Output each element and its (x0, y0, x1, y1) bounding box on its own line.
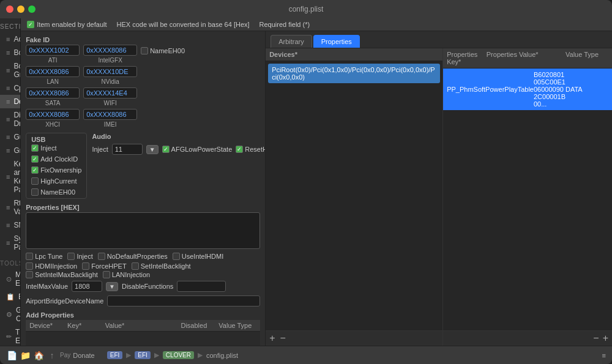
highcurrent-label: HighCurrent (40, 177, 76, 185)
tools-label: TOOLS (0, 258, 20, 268)
sidebar-tool-themes-editor[interactable]: ✏ Themes Editor (0, 325, 20, 346)
inject-checkbox[interactable]: ✓ (31, 144, 39, 152)
sidebar-item-label: Gui (13, 133, 21, 141)
audio-inject-input[interactable] (112, 144, 143, 155)
hex-textarea[interactable] (26, 212, 260, 249)
nodefaultprops-checkbox[interactable] (98, 253, 105, 260)
pay-icon: Pay (60, 352, 70, 358)
nameeh00-cb: NameEH00 (141, 47, 185, 54)
xhci-input[interactable] (26, 109, 80, 120)
remove-prop-button[interactable]: + (603, 333, 608, 344)
add-prop-button[interactable]: − (593, 333, 599, 344)
laninjection-checkbox[interactable] (103, 271, 110, 278)
nvidia-input[interactable] (83, 66, 137, 77)
properties-checkboxes-2: SetIntelMaxBacklight LANInjection (26, 271, 260, 278)
nodefaultprops-label: NoDefaultProperties (107, 253, 168, 260)
addclockid-label: Add ClockID (40, 155, 78, 163)
usb-title: USB (31, 136, 81, 143)
sata-label: SATA (45, 100, 61, 106)
sidebar-item-graphics[interactable]: ≡ Graphics (0, 144, 20, 157)
sidebar-item-label: Kernel and Kext Patches (13, 160, 21, 194)
menu-icon[interactable]: ≡ (602, 352, 606, 359)
sidebar-item-boot[interactable]: ≡ Boot (0, 46, 20, 59)
folder-icon[interactable]: 📁 (20, 350, 31, 361)
addclockid-checkbox[interactable]: ✓ (31, 155, 39, 163)
sidebar-item-label: Boot (13, 48, 21, 57)
devices-footer: + − (266, 330, 442, 346)
nameeh00u-checkbox[interactable] (31, 188, 39, 196)
props-key: PP_PhmSoftPowerPlayTable (447, 86, 534, 93)
intelgfx-input[interactable] (83, 45, 137, 56)
device-row[interactable]: PciRoot(0x0)/Pci(0x1,0x0)/Pci(0x0,0x0)/P… (268, 64, 440, 83)
highcurrent-checkbox[interactable] (31, 177, 39, 185)
doc-icon[interactable]: 📄 (6, 350, 17, 361)
close-button[interactable] (6, 6, 13, 13)
forcehpet-checkbox[interactable] (82, 262, 89, 270)
sidebar-item-rt-variables[interactable]: ≡ Rt Variables (0, 196, 20, 218)
useintelhdmi-checkbox[interactable] (173, 253, 180, 260)
list-icon: ≡ (6, 67, 10, 74)
fakeid-xhci: XHCI (26, 109, 80, 128)
audio-inject-label: Inject (92, 146, 108, 153)
wifi-input[interactable] (83, 87, 137, 98)
sidebar-item-smbios[interactable]: ≡ SMBIOS (0, 218, 20, 232)
lpctune-checkbox[interactable] (26, 253, 33, 260)
props-right: Properties Key* Properties Value* Value … (443, 48, 612, 346)
sidebar-item-disable-drivers[interactable]: ≡ Disable Drivers (0, 108, 20, 130)
sidebar-tool-generate-config[interactable]: ⚙ Generate Config (0, 303, 20, 325)
tab-arbitrary[interactable]: Arbitrary (271, 35, 312, 48)
efi-icon: ⊙ (6, 275, 12, 283)
setintelmaxbacklight-checkbox[interactable] (26, 271, 33, 278)
breadcrumb-file: config.plist (206, 352, 238, 359)
donate-label[interactable]: Donate (73, 352, 94, 359)
props-table-header: Properties Key* Properties Value* Value … (443, 48, 612, 69)
minimize-button[interactable] (17, 6, 24, 13)
audio-inject-dropdown[interactable]: ▼ (146, 145, 159, 154)
usb-audio-row: USB ✓ Inject ✓ Add ClockID ✓ (26, 133, 260, 199)
tab-properties[interactable]: Properties (313, 35, 360, 48)
share-icon[interactable]: ↑ (47, 350, 58, 361)
add-device-button[interactable]: + (269, 333, 275, 344)
remove-device-button[interactable]: − (280, 333, 285, 344)
imei-input[interactable] (83, 109, 137, 120)
title-bar: config.plist (0, 0, 612, 18)
disable-functions-input[interactable] (177, 281, 226, 292)
sidebar-tool-mount-efi[interactable]: ⊙ Mount EFI (0, 268, 20, 290)
sidebar-item-devices[interactable]: ≡ Devices (0, 95, 20, 108)
sidebar-item-label: Acpi (13, 35, 21, 43)
inject-prop-checkbox[interactable] (67, 253, 75, 260)
maximize-button[interactable] (28, 6, 35, 13)
setintelbacklight-checkbox[interactable] (132, 262, 139, 270)
sidebar-item-label: Mount EFI (15, 270, 21, 288)
sidebar-item-kernel-kext[interactable]: ≡ Kernel and Kext Patches (0, 157, 20, 196)
sidebar-item-system-parameters[interactable]: ≡ System Parameters (0, 232, 20, 254)
sidebar-item-boot-graphics[interactable]: ≡ Boot Graphics (0, 59, 20, 81)
fixownership-checkbox[interactable]: ✓ (31, 166, 39, 174)
props-col-type: Value Type (565, 51, 608, 65)
sata-input[interactable] (26, 87, 80, 98)
lan-input[interactable] (26, 66, 80, 77)
nameeh00-checkbox[interactable] (141, 47, 148, 54)
sidebar-item-gui[interactable]: ≡ Gui (0, 130, 20, 144)
left-panel: Fake ID ATI IntelGFX (21, 31, 266, 346)
sidebar-item-cpu[interactable]: ≡ Cpu (0, 81, 20, 95)
audio-inject-row: Inject ▼ ✓ AFGLowPowerState ✓ ResetHDA (92, 144, 266, 155)
props-col-value: Properties Value* (487, 51, 565, 65)
sidebar-tool-bootlog[interactable]: 📋 Boot.log (0, 290, 20, 303)
home-icon[interactable]: 🏠 (33, 350, 44, 361)
item-enabled-indicator: ✓ Item enabled by default (27, 21, 106, 28)
intel-max-dropdown[interactable]: ▼ (106, 282, 118, 291)
airport-bridge-input[interactable] (107, 295, 260, 306)
nameeh00-label: NameEH00 (150, 47, 185, 54)
usb-fixownership-cb: ✓ FixOwnership (31, 166, 81, 174)
props-row-selected[interactable]: PP_PhmSoftPowerPlayTable B6020801 005C00… (443, 69, 612, 110)
ati-input[interactable] (26, 45, 80, 56)
intel-max-input[interactable] (72, 281, 102, 292)
afg-checkbox[interactable]: ✓ (162, 146, 170, 153)
devices-table-body: PciRoot(0x0)/Pci(0x1,0x0)/Pci(0x0,0x0)/P… (266, 61, 442, 330)
list-icon: ≡ (6, 98, 10, 105)
col-key: Key* (67, 322, 105, 329)
hdmiinjection-checkbox[interactable] (26, 262, 33, 270)
resethda-checkbox[interactable]: ✓ (236, 146, 243, 153)
sidebar-item-acpi[interactable]: ≡ Acpi (0, 32, 20, 46)
